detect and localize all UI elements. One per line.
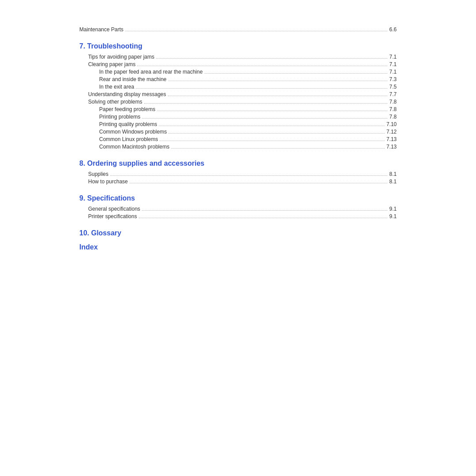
- toc-row-page: 7.1: [389, 54, 397, 60]
- glossary-heading: 10. Glossary: [79, 229, 397, 237]
- toc-top-entry: Maintenance Parts 6.6: [79, 26, 397, 33]
- toc-row-label: Printing quality problems: [99, 121, 157, 127]
- toc-dots: [125, 31, 387, 31]
- index-title: Index: [79, 243, 98, 251]
- toc-row-dots: [168, 133, 384, 134]
- toc-row-label: Printer specifications: [88, 213, 137, 219]
- toc-row-dots: [139, 218, 388, 218]
- toc-row-label: Rear and inside the machine: [99, 76, 167, 82]
- toc-row: In the exit area7.5: [99, 84, 397, 90]
- toc-row: Printing quality problems7.10: [99, 121, 397, 127]
- toc-row-label: Common Macintosh problems: [99, 144, 169, 150]
- toc-row-label: General specifications: [88, 206, 140, 212]
- toc-row-label: Supplies: [88, 171, 108, 177]
- toc-row-page: 7.10: [387, 121, 397, 127]
- toc-row-page: 9.1: [389, 213, 397, 219]
- toc-row-label: Tips for avoiding paper jams: [88, 54, 154, 60]
- toc-row-page: 7.8: [389, 99, 397, 105]
- toc-row-page: 7.3: [389, 76, 397, 82]
- toc-row: Tips for avoiding paper jams7.1: [88, 54, 397, 60]
- toc-row-page: 7.8: [389, 114, 397, 120]
- toc-row: Common Linux problems7.13: [99, 136, 397, 142]
- toc-row-dots: [171, 148, 384, 149]
- toc-row-dots: [168, 81, 388, 81]
- index-heading: Index: [79, 243, 397, 251]
- toc-row: Solving other problems7.8: [88, 99, 397, 105]
- toc-top-entry-page: 6.6: [389, 26, 397, 33]
- toc-row-page: 7.12: [387, 129, 397, 135]
- toc-row: In the paper feed area and rear the mach…: [99, 69, 397, 75]
- section-heading-7: 7. Troubleshooting: [79, 42, 397, 50]
- toc-row-page: 8.1: [389, 171, 397, 177]
- toc-row: Printing problems7.8: [99, 114, 397, 120]
- toc-row-page: 8.1: [389, 178, 397, 185]
- toc-row: Understanding display messages7.7: [88, 91, 397, 97]
- toc-row-dots: [205, 73, 387, 74]
- toc-row-page: 7.1: [389, 69, 397, 75]
- toc-row-page: 9.1: [389, 206, 397, 212]
- toc-row-page: 7.7: [389, 91, 397, 97]
- toc-row-dots: [142, 210, 387, 211]
- glossary-title: Glossary: [91, 229, 121, 237]
- toc-row-dots: [144, 103, 388, 104]
- sections-container: 7. TroubleshootingTips for avoiding pape…: [79, 42, 397, 219]
- toc-row: Printer specifications9.1: [88, 213, 397, 219]
- toc-row-page: 7.5: [389, 84, 397, 90]
- toc-row: Paper feeding problems7.8: [99, 106, 397, 112]
- toc-row-label: In the paper feed area and rear the mach…: [99, 69, 203, 75]
- section-heading-8: 8. Ordering supplies and accessories: [79, 160, 397, 167]
- toc-page: Maintenance Parts 6.6 7. Troubleshooting…: [0, 0, 476, 476]
- toc-row-label: Paper feeding problems: [99, 106, 155, 112]
- toc-row-dots: [160, 141, 384, 141]
- toc-top-entry-label: Maintenance Parts: [79, 26, 123, 33]
- toc-row-label: Printing problems: [99, 114, 140, 120]
- toc-row: Rear and inside the machine7.3: [99, 76, 397, 82]
- toc-row-label: In the exit area: [99, 84, 134, 90]
- toc-row-label: Clearing paper jams: [88, 61, 135, 67]
- toc-row-page: 7.13: [387, 144, 397, 150]
- toc-row: How to purchase8.1: [88, 178, 397, 185]
- toc-row-page: 7.1: [389, 61, 397, 67]
- toc-row-label: Solving other problems: [88, 99, 142, 105]
- toc-row-dots: [137, 66, 387, 66]
- toc-row: Supplies8.1: [88, 171, 397, 177]
- toc-row-dots: [136, 88, 387, 89]
- toc-row: Common Windows problems7.12: [99, 129, 397, 135]
- toc-row-label: Common Windows problems: [99, 129, 167, 135]
- toc-row: Common Macintosh problems7.13: [99, 144, 397, 150]
- section-heading-9: 9. Specifications: [79, 194, 397, 202]
- toc-row-page: 7.13: [387, 136, 397, 142]
- toc-row-dots: [157, 111, 387, 111]
- toc-row-label: How to purchase: [88, 178, 128, 185]
- toc-row-page: 7.8: [389, 106, 397, 112]
- toc-row: Clearing paper jams7.1: [88, 61, 397, 67]
- toc-row-label: Common Linux problems: [99, 136, 158, 142]
- toc-row-dots: [156, 58, 387, 59]
- glossary-number: 10.: [79, 229, 89, 237]
- toc-row-dots: [168, 96, 388, 96]
- toc-row-dots: [130, 183, 387, 183]
- toc-row-dots: [110, 175, 387, 176]
- toc-row-dots: [142, 118, 387, 119]
- toc-row-label: Understanding display messages: [88, 91, 166, 97]
- toc-row: General specifications9.1: [88, 206, 397, 212]
- toc-row-dots: [159, 126, 384, 126]
